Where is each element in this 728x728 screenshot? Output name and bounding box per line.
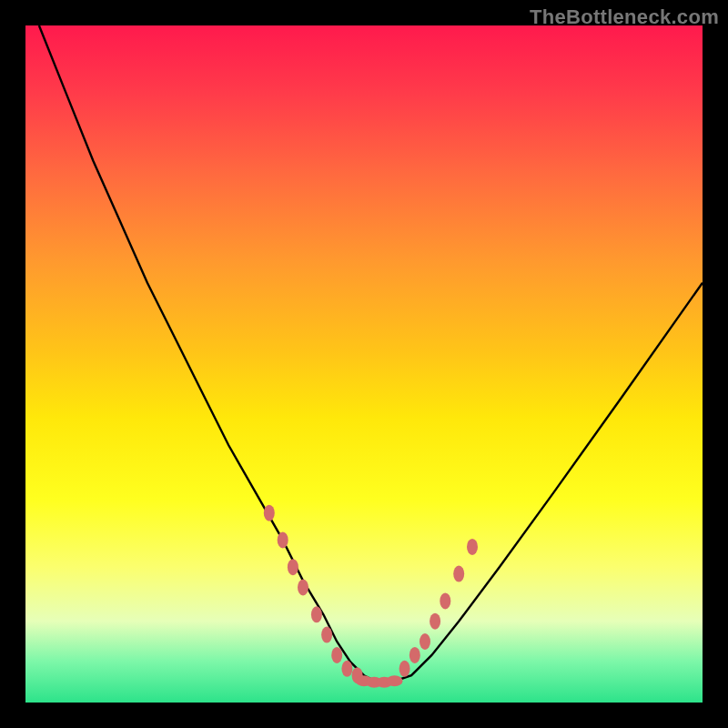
- data-marker: [387, 675, 403, 686]
- curve-layer: [25, 25, 703, 703]
- data-marker: [278, 531, 288, 548]
- data-marker: [453, 566, 464, 582]
- data-marker: [311, 606, 322, 622]
- data-marker: [410, 647, 420, 663]
- bottleneck-curve: [39, 25, 703, 682]
- data-marker: [399, 661, 410, 677]
- data-marker: [341, 661, 352, 677]
- data-marker: [331, 647, 342, 663]
- data-marker: [420, 633, 430, 650]
- data-marker: [440, 592, 450, 609]
- data-marker: [288, 559, 298, 575]
- plot-area: [25, 25, 703, 703]
- data-marker: [298, 580, 308, 596]
- data-markers: [264, 505, 478, 688]
- data-marker: [430, 613, 440, 630]
- data-marker: [264, 505, 275, 521]
- chart-frame: TheBottleneck.com: [0, 0, 728, 728]
- data-marker: [321, 627, 332, 643]
- data-marker: [467, 539, 478, 555]
- watermark-text: TheBottleneck.com: [530, 5, 719, 29]
